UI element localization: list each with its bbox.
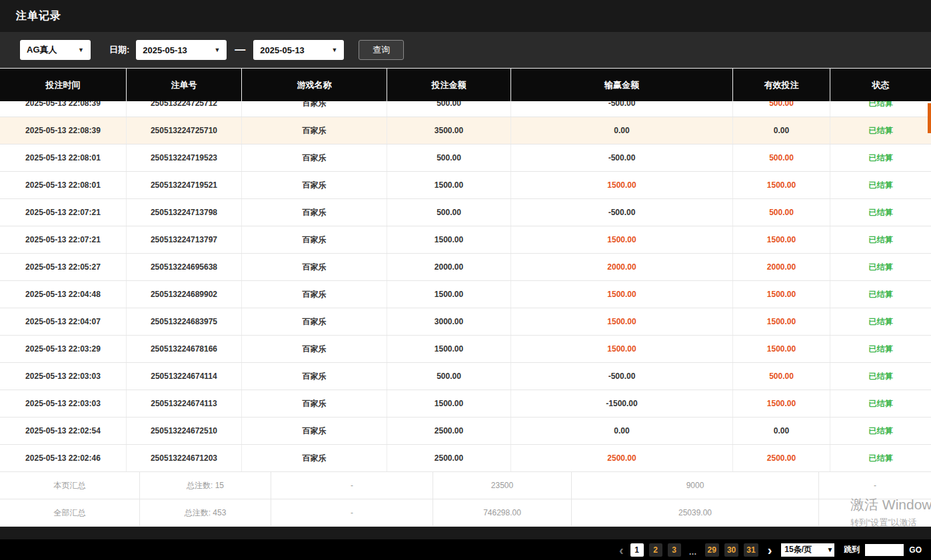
chevron-down-icon: ▼ — [331, 47, 337, 53]
chevron-down-icon: ▼ — [214, 47, 220, 53]
cell-valid-bet: 1500.00 — [733, 172, 830, 198]
cell-bet-time: 2025-05-13 22:08:01 — [0, 144, 127, 171]
cell-bet-time: 2025-05-13 22:02:46 — [0, 445, 127, 471]
cell-order-number: 250513224674114 — [127, 363, 242, 390]
summary-cell: 全部汇总 — [0, 499, 140, 526]
table-row: 2025-05-13 22:07:21250513224713798百家乐500… — [0, 199, 931, 226]
table-row: 2025-05-13 22:08:01250513224719521百家乐150… — [0, 172, 931, 199]
cell-valid-bet: 500.00 — [733, 101, 830, 117]
table-row: 2025-05-13 22:08:01250513224719523百家乐500… — [0, 144, 931, 172]
cell-valid-bet: 0.00 — [733, 418, 830, 444]
date-from-value: 2025-05-13 — [143, 45, 187, 55]
cell-status-badge: 已结算 — [830, 418, 931, 444]
summary-cell: 9000 — [572, 472, 819, 499]
summary-cell: 23500 — [433, 472, 572, 499]
next-page-icon[interactable]: › — [768, 543, 772, 557]
cell-bet-amount: 3500.00 — [387, 117, 511, 144]
summary-cell — [819, 499, 931, 526]
cell-bet-time: 2025-05-13 22:05:27 — [0, 254, 127, 280]
summary-cell: 本页汇总 — [0, 472, 140, 499]
chevron-down-icon: ▼ — [78, 47, 84, 53]
cell-order-number: 250513224674113 — [127, 390, 242, 417]
prev-page-icon[interactable]: ‹ — [619, 543, 624, 557]
cell-game-name: 百家乐 — [242, 226, 387, 253]
table-row: 2025-05-13 22:05:27250513224695638百家乐200… — [0, 254, 931, 281]
go-button[interactable]: GO — [909, 545, 922, 555]
date-to-select[interactable]: 2025-05-13 ▼ — [253, 40, 344, 60]
cell-order-number: 250513224719521 — [127, 172, 242, 198]
cell-bet-amount: 2500.00 — [387, 418, 511, 444]
page-size-select[interactable]: 15条/页 ▼ — [781, 543, 834, 557]
cell-valid-bet: 1500.00 — [733, 390, 830, 417]
table-row: 2025-05-13 22:04:48250513224689902百家乐150… — [0, 281, 931, 308]
cell-winloss-amount: 1500.00 — [511, 336, 733, 362]
cell-game-name: 百家乐 — [242, 445, 387, 471]
cell-status-badge: 已结算 — [830, 281, 931, 308]
cell-status-badge: 已结算 — [830, 117, 931, 144]
page-button-3[interactable]: 3 — [668, 543, 681, 557]
cell-game-name: 百家乐 — [242, 199, 387, 226]
table-row: 2025-05-13 22:03:29250513224678166百家乐150… — [0, 336, 931, 363]
cell-valid-bet: 2000.00 — [733, 254, 830, 280]
jump-to-label: 跳到 — [844, 544, 860, 555]
cell-bet-time: 2025-05-13 22:08:39 — [0, 101, 127, 117]
cell-valid-bet: 1500.00 — [733, 226, 830, 253]
cell-order-number: 250513224713797 — [127, 226, 242, 253]
scrollbar-thumb[interactable] — [928, 103, 931, 133]
cell-order-number: 250513224683975 — [127, 308, 242, 335]
cell-valid-bet: 0.00 — [733, 117, 830, 144]
date-from-select[interactable]: 2025-05-13 ▼ — [136, 40, 227, 60]
cell-bet-amount: 3000.00 — [387, 308, 511, 335]
table-row: 2025-05-13 22:02:54250513224672510百家乐250… — [0, 418, 931, 445]
table-row: 2025-05-13 22:02:46250513224671203百家乐250… — [0, 445, 931, 472]
cell-status-badge: 已结算 — [830, 390, 931, 417]
table-row: 2025-05-13 22:08:39250513224725712百家乐500… — [0, 101, 931, 117]
cell-status-badge: 已结算 — [830, 363, 931, 390]
jump-page-input[interactable] — [865, 544, 904, 556]
cell-bet-time: 2025-05-13 22:07:21 — [0, 199, 127, 226]
cell-status-badge: 已结算 — [830, 199, 931, 226]
cell-status-badge: 已结算 — [830, 144, 931, 171]
page-button-2[interactable]: 2 — [649, 543, 662, 557]
cell-bet-time: 2025-05-13 22:07:21 — [0, 226, 127, 253]
column-header: 投注金额 — [387, 69, 511, 101]
cell-winloss-amount: 2000.00 — [511, 254, 733, 280]
cell-bet-time: 2025-05-13 22:03:03 — [0, 363, 127, 390]
cell-valid-bet: 500.00 — [733, 144, 830, 171]
summary-cell: 25039.00 — [572, 499, 819, 526]
cell-game-name: 百家乐 — [242, 308, 387, 335]
page-buttons: 123…293031 — [630, 543, 758, 557]
cell-bet-time: 2025-05-13 22:08:39 — [0, 117, 127, 144]
column-header: 有效投注 — [733, 69, 830, 101]
filter-bar: AG真人 ▼ 日期: 2025-05-13 ▼ — 2025-05-13 ▼ 查… — [0, 32, 931, 68]
cell-order-number: 250513224719523 — [127, 144, 242, 171]
cell-bet-amount: 500.00 — [387, 199, 511, 226]
page-button-31[interactable]: 31 — [744, 543, 758, 557]
cell-status-badge: 已结算 — [830, 336, 931, 362]
cell-order-number: 250513224689902 — [127, 281, 242, 308]
cell-valid-bet: 1500.00 — [733, 336, 830, 362]
cell-bet-time: 2025-05-13 22:04:07 — [0, 308, 127, 335]
cell-bet-amount: 2000.00 — [387, 254, 511, 280]
bet-records-page: 注单记录 AG真人 ▼ 日期: 2025-05-13 ▼ — 2025-05-1… — [0, 0, 931, 560]
cell-winloss-amount: -500.00 — [511, 363, 733, 390]
cell-winloss-amount: 0.00 — [511, 117, 733, 144]
page-button-1[interactable]: 1 — [630, 543, 644, 557]
cell-winloss-amount: 1500.00 — [511, 281, 733, 308]
cell-valid-bet: 500.00 — [733, 199, 830, 226]
column-header: 游戏名称 — [242, 69, 387, 101]
cell-order-number: 250513224671203 — [127, 445, 242, 471]
cell-bet-amount: 500.00 — [387, 363, 511, 390]
cell-status-badge: 已结算 — [830, 172, 931, 198]
cell-valid-bet: 2500.00 — [733, 445, 830, 471]
cell-game-name: 百家乐 — [242, 281, 387, 308]
game-type-select[interactable]: AG真人 ▼ — [20, 40, 91, 60]
cell-bet-amount: 500.00 — [387, 144, 511, 171]
query-button[interactable]: 查询 — [359, 40, 404, 60]
cell-winloss-amount: -500.00 — [511, 144, 733, 171]
cell-status-badge: 已结算 — [830, 308, 931, 335]
cell-bet-amount: 1500.00 — [387, 336, 511, 362]
page-button-30[interactable]: 30 — [724, 543, 738, 557]
column-header: 状态 — [830, 69, 931, 101]
page-button-29[interactable]: 29 — [705, 543, 719, 557]
